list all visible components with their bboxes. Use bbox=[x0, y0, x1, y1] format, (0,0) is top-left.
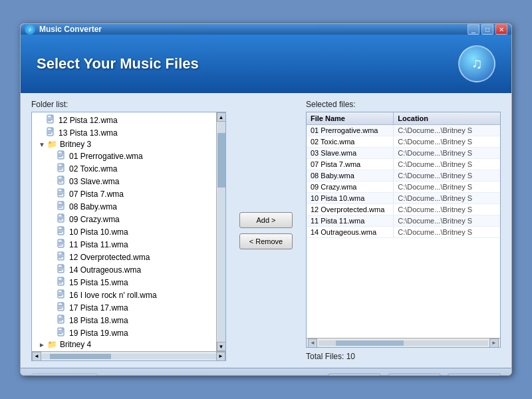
scroll-down-btn[interactable]: ▼ bbox=[217, 342, 226, 351]
scroll-left-btn[interactable]: ◄ bbox=[32, 352, 41, 361]
list-item[interactable]: 13 Pista 13.wma bbox=[33, 126, 215, 139]
list-item[interactable]: 10 Pista 10.wma bbox=[33, 225, 215, 238]
svg-rect-43 bbox=[59, 257, 62, 258]
svg-rect-19 bbox=[59, 182, 62, 182]
title-bar: ♪ Music Converter _ □ ✕ bbox=[21, 24, 511, 35]
list-item[interactable]: 07 Pista 7.wma bbox=[33, 188, 215, 200]
svg-rect-62 bbox=[59, 319, 63, 320]
svg-rect-35 bbox=[59, 232, 62, 233]
footer: CREATIVE < Back Next > Cancel bbox=[21, 368, 511, 376]
svg-rect-25 bbox=[59, 204, 63, 205]
table-row[interactable]: 08 Baby.wma C:\Docume...\Britney S bbox=[307, 170, 500, 182]
horizontal-scrollbar[interactable]: ◄ ► bbox=[32, 351, 225, 360]
list-item[interactable]: 17 Pista 17.wma bbox=[33, 301, 215, 314]
add-button[interactable]: Add > bbox=[239, 212, 293, 228]
file-icon bbox=[57, 277, 66, 288]
table-row[interactable]: 14 Outrageous.wma C:\Docume...\Britney S bbox=[307, 227, 500, 238]
svg-rect-29 bbox=[59, 217, 63, 217]
scroll-up-btn[interactable]: ▲ bbox=[217, 112, 226, 122]
back-button[interactable]: < Back bbox=[328, 374, 381, 376]
svg-rect-46 bbox=[59, 269, 63, 269]
list-item[interactable]: 12 Overprotected.wma bbox=[33, 251, 215, 263]
logo-icon: ♫ bbox=[471, 55, 483, 72]
files-table-body[interactable]: 01 Prerrogative.wma C:\Docume...\Britney… bbox=[307, 125, 500, 338]
file-row-name: 02 Toxic.wma bbox=[307, 136, 394, 147]
svg-rect-18 bbox=[59, 180, 63, 181]
svg-rect-63 bbox=[59, 321, 62, 321]
svg-rect-49 bbox=[59, 280, 63, 281]
list-item[interactable]: ► 📁 Britney 4 bbox=[33, 339, 215, 350]
svg-rect-33 bbox=[59, 229, 63, 230]
file-row-location: C:\Docume...\Britney S bbox=[394, 204, 500, 215]
vscroll-thumb bbox=[217, 133, 225, 188]
vertical-scrollbar[interactable]: ▲ ▼ bbox=[216, 112, 225, 351]
svg-rect-65 bbox=[59, 331, 63, 331]
file-name: 13 Pista 13.wma bbox=[59, 128, 118, 138]
svg-rect-41 bbox=[59, 255, 63, 255]
list-item[interactable]: 12 Pista 12.wma bbox=[33, 114, 215, 126]
list-item[interactable]: 14 Outrageous.wma bbox=[33, 263, 215, 276]
file-icon bbox=[57, 315, 66, 326]
table-row[interactable]: 01 Prerrogative.wma C:\Docume...\Britney… bbox=[307, 125, 500, 136]
list-item[interactable]: 11 Pista 11.wma bbox=[33, 238, 215, 251]
svg-rect-37 bbox=[59, 242, 63, 243]
middle-buttons: Add > < Remove bbox=[234, 100, 298, 361]
table-row[interactable]: 07 Pista 7.wma C:\Docume...\Britney S bbox=[307, 159, 500, 170]
close-button[interactable]: ✕ bbox=[495, 24, 507, 35]
table-row[interactable]: 10 Pista 10.wma C:\Docume...\Britney S bbox=[307, 193, 500, 204]
list-item[interactable]: 02 Toxic.wma bbox=[33, 162, 215, 175]
file-name: 16 I love rock n' roll.wma bbox=[69, 291, 157, 300]
list-item[interactable]: 19 Pista 19.wma bbox=[33, 327, 215, 339]
list-item[interactable]: 08 Baby.wma bbox=[33, 200, 215, 213]
selected-files-box: File Name Location 01 Prerrogative.wma C… bbox=[306, 112, 501, 348]
svg-rect-22 bbox=[59, 193, 63, 194]
files-scroll-left[interactable]: ◄ bbox=[308, 338, 317, 348]
total-files-label: Total Files: 10 bbox=[306, 352, 501, 361]
table-row[interactable]: 11 Pista 11.wma C:\Docume...\Britney S bbox=[307, 215, 500, 227]
file-row-name: 09 Crazy.wma bbox=[307, 182, 394, 192]
table-row[interactable]: 03 Slave.wma C:\Docume...\Britney S bbox=[307, 148, 500, 159]
files-hscroll-thumb bbox=[336, 340, 404, 346]
selected-panel: Selected files: File Name Location 01 Pr… bbox=[306, 100, 501, 361]
files-table-header: File Name Location bbox=[307, 112, 500, 125]
svg-rect-47 bbox=[59, 270, 62, 271]
list-item[interactable]: 16 I love rock n' roll.wma bbox=[33, 289, 215, 301]
minimize-button[interactable]: _ bbox=[467, 24, 479, 35]
files-hscroll-track bbox=[319, 340, 488, 346]
cancel-button[interactable]: Cancel bbox=[448, 374, 501, 376]
list-item[interactable]: ▼ 📁 Britney 3 bbox=[33, 139, 215, 150]
file-row-location: C:\Docume...\Britney S bbox=[394, 193, 500, 203]
list-item[interactable]: 03 Slave.wma bbox=[33, 175, 215, 188]
next-button[interactable]: Next > bbox=[388, 374, 441, 376]
maximize-button[interactable]: □ bbox=[481, 24, 493, 35]
remove-button[interactable]: < Remove bbox=[239, 233, 293, 249]
file-row-name: 12 Overprotected.wma bbox=[307, 204, 394, 215]
svg-rect-57 bbox=[59, 305, 63, 306]
svg-rect-2 bbox=[48, 119, 53, 120]
file-name: 09 Crazy.wma bbox=[69, 215, 120, 224]
file-row-location: C:\Docume...\Britney S bbox=[394, 182, 500, 192]
file-icon bbox=[57, 201, 66, 212]
svg-rect-6 bbox=[48, 132, 53, 132]
file-name: 12 Pista 12.wma bbox=[59, 116, 118, 125]
scroll-right-btn[interactable]: ► bbox=[216, 352, 225, 361]
list-item[interactable]: 15 Pista 15.wma bbox=[33, 276, 215, 289]
folder-icon: 📁 bbox=[47, 340, 57, 349]
file-row-name: 14 Outrageous.wma bbox=[307, 227, 394, 237]
svg-rect-54 bbox=[59, 294, 63, 295]
folder-tree[interactable]: 12 Pista 12.wma 13 Pista 13.wma ▼ 📁 Brit… bbox=[32, 112, 216, 351]
table-row[interactable]: 02 Toxic.wma C:\Docume...\Britney S bbox=[307, 136, 500, 148]
file-icon bbox=[57, 213, 66, 225]
file-icon bbox=[47, 127, 56, 138]
list-item[interactable]: 18 Pista 18.wma bbox=[33, 314, 215, 327]
files-scroll-right[interactable]: ► bbox=[489, 338, 499, 348]
table-row[interactable]: 09 Crazy.wma C:\Docume...\Britney S bbox=[307, 182, 500, 193]
file-name: 02 Toxic.wma bbox=[69, 164, 117, 174]
file-name: 15 Pista 15.wma bbox=[69, 278, 128, 287]
list-item[interactable]: 01 Prerrogative.wma bbox=[33, 150, 215, 162]
svg-rect-11 bbox=[59, 156, 62, 157]
list-item[interactable]: 09 Crazy.wma bbox=[33, 213, 215, 225]
files-hscroll[interactable]: ◄ ► bbox=[307, 338, 500, 347]
window-title: Music Converter bbox=[39, 25, 102, 34]
table-row[interactable]: 12 Overprotected.wma C:\Docume...\Britne… bbox=[307, 204, 500, 215]
